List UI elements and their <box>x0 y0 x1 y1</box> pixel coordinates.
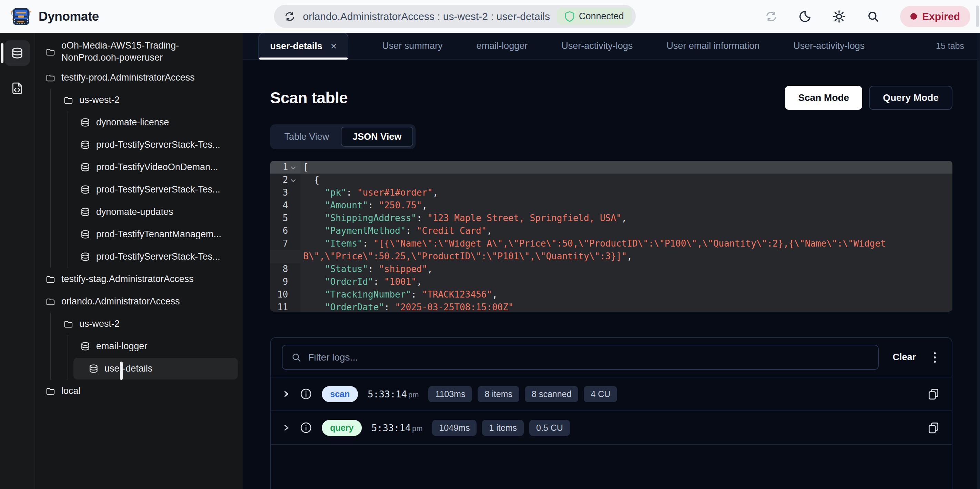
rail-item-queries[interactable] <box>5 75 30 101</box>
logs-filter-row: Clear <box>271 338 952 378</box>
code-file-icon <box>10 81 24 95</box>
sidebar-folder-us-west-2[interactable]: us-west-2 <box>35 89 243 111</box>
search-button[interactable] <box>866 10 880 24</box>
sidebar-item-label: prod-TestifyTenantManagem... <box>96 229 221 240</box>
sidebar-item-label: local <box>61 386 81 396</box>
log-row-scan[interactable]: scan5:33:14pm1103ms8 items8 scanned4 CU <box>271 378 952 411</box>
editor-line: 5 "ShippingAddress": "123 Maple Street, … <box>270 212 953 224</box>
json-view-tab[interactable]: JSON View <box>341 127 413 147</box>
code-token: "pk" <box>325 187 347 198</box>
sidebar-table-user-details[interactable]: user-details <box>35 357 243 380</box>
code-token: , <box>427 264 433 274</box>
tab-User email information[interactable]: User email information <box>667 41 759 51</box>
sidebar-table-dynomate-updates[interactable]: dynomate-updates <box>35 201 243 223</box>
tabs: user-details×User summaryemail-loggerUse… <box>258 33 865 59</box>
close-icon[interactable]: × <box>331 41 337 51</box>
operation-badge: query <box>322 420 362 436</box>
sidebar-table-prod-TestifyServerStack-Tes...[interactable]: prod-TestifyServerStack-Tes... <box>35 178 243 201</box>
folder-icon <box>45 296 56 307</box>
session-expired-badge[interactable]: Expired <box>900 6 970 27</box>
view-toggle: Table View JSON View <box>270 124 415 149</box>
tab-user-details[interactable]: user-details× <box>258 33 348 59</box>
moon-icon <box>798 10 812 24</box>
sidebar-item-label: prod-TestifyServerStack-Tes... <box>96 184 220 195</box>
sidebar-folder-oOh-Media-AWS15-Trading-NonProd.ooh-poweruser[interactable]: oOh-Media-AWS15-Trading-NonProd.ooh-powe… <box>35 37 243 67</box>
info-icon[interactable] <box>300 388 312 400</box>
sidebar-folder-local[interactable]: local <box>35 380 243 402</box>
metric-badge: 1049ms <box>432 420 477 436</box>
tab-User-activity-logs[interactable]: User-activity-logs <box>561 41 633 51</box>
line-number: 6 <box>283 224 288 237</box>
code-token <box>303 289 325 300</box>
sidebar-folder-orlando.AdministratorAccess[interactable]: orlando.AdministratorAccess <box>35 290 243 313</box>
theme-toggle-button[interactable] <box>798 10 812 24</box>
copy-icon <box>927 387 940 400</box>
refresh-button[interactable] <box>764 10 778 24</box>
json-editor[interactable]: 1[2 {3 "pk": "user#1#order",4 "Amount": … <box>270 161 953 312</box>
chevron-right-icon[interactable] <box>283 390 290 398</box>
code-token: "TrackingNumber" <box>325 289 411 300</box>
sidebar-table-dynomate-license[interactable]: dynomate-license <box>35 111 243 133</box>
database-icon <box>80 341 91 352</box>
tab-email-logger[interactable]: email-logger <box>477 41 528 51</box>
table-view-content: Scan table Scan Mode Query Mode Table Vi… <box>243 60 980 489</box>
chevron-right-icon[interactable] <box>283 424 290 432</box>
header-actions: Expired <box>764 6 970 27</box>
brand: Dynomate <box>10 5 99 27</box>
copy-button[interactable] <box>927 421 940 434</box>
status-dot-icon <box>910 13 917 20</box>
scrollbar-thumb[interactable] <box>976 5 979 27</box>
sidebar-table-prod-TestifyTenantManagem...[interactable]: prod-TestifyTenantManagem... <box>35 223 243 246</box>
editor-code: [ <box>301 161 953 173</box>
query-mode-button[interactable]: Query Mode <box>869 86 953 110</box>
tab-label: user-details <box>270 41 323 52</box>
sidebar-folder-testify-stag.AdministratorAccess[interactable]: testify-stag.AdministratorAccess <box>35 268 243 290</box>
sidebar-table-prod-TestifyServerStack-Tes...[interactable]: prod-TestifyServerStack-Tes... <box>35 133 243 156</box>
active-indicator <box>1 43 3 63</box>
sidebar-item-label: prod-TestifyServerStack-Tes... <box>96 251 220 262</box>
metric-badges: 1049ms1 items0.5 CU <box>432 420 570 436</box>
table-view-tab[interactable]: Table View <box>272 127 341 147</box>
fold-icon[interactable] <box>290 177 298 184</box>
search-icon <box>291 352 302 363</box>
metric-badge: 1103ms <box>428 386 472 402</box>
tab-User summary[interactable]: User summary <box>382 41 443 51</box>
filter-logs-input[interactable] <box>308 352 870 363</box>
tab-label: User email information <box>667 41 759 51</box>
more-options-icon[interactable] <box>932 351 937 364</box>
line-number: 5 <box>283 212 288 224</box>
sidebar-folder-testify-prod.AdministratorAccess[interactable]: testify-prod.AdministratorAccess <box>35 67 243 89</box>
refresh-icon <box>764 10 778 24</box>
editor-code: "ShippingAddress": "123 Maple Street, Sp… <box>301 212 953 224</box>
sidebar-table-prod-TestifyVideoOnDeman...[interactable]: prod-TestifyVideoOnDeman... <box>35 156 243 178</box>
tab-User-activity-logs[interactable]: User-activity-logs <box>793 41 865 51</box>
sidebar-table-prod-TestifyServerStack-Tes...[interactable]: prod-TestifyServerStack-Tes... <box>35 246 243 268</box>
rail-item-databases[interactable] <box>5 40 30 66</box>
code-token: : <box>346 187 357 198</box>
editor-code: "Status": "shipped", <box>301 263 953 276</box>
sidebar-item-label: oOh-Media-AWS15-Trading-NonProd.ooh-powe… <box>61 40 236 64</box>
code-token: , <box>417 276 422 287</box>
editor-line: 9 "OrderId": "1001", <box>270 276 953 288</box>
log-row-query[interactable]: query5:33:14pm1049ms1 items0.5 CU <box>271 411 952 445</box>
editor-code: "pk": "user#1#order", <box>301 186 953 199</box>
folder-icon <box>63 95 74 105</box>
content-header: Scan table Scan Mode Query Mode <box>270 86 953 110</box>
connection-scope-pill[interactable]: orlando.AdministratorAccess : us-west-2 … <box>274 5 636 28</box>
database-icon <box>80 229 91 240</box>
copy-button[interactable] <box>927 387 940 400</box>
info-icon[interactable] <box>300 421 312 434</box>
sidebar-table-email-logger[interactable]: email-logger <box>35 335 243 357</box>
code-token: , <box>492 289 498 300</box>
code-token: "[{\"Name\":\"Widget A\",\"Price\":50,\"… <box>303 238 891 261</box>
window-scrollbar[interactable] <box>977 33 980 489</box>
scan-mode-button[interactable]: Scan Mode <box>785 86 862 110</box>
settings-button[interactable] <box>832 9 846 24</box>
code-token <box>303 238 325 249</box>
database-icon <box>10 46 24 60</box>
fold-icon[interactable] <box>290 164 298 171</box>
sidebar-folder-us-west-2[interactable]: us-west-2 <box>35 313 243 335</box>
clear-button[interactable]: Clear <box>892 352 916 363</box>
code-token: "shipped" <box>379 264 427 274</box>
code-token: : <box>368 200 379 210</box>
